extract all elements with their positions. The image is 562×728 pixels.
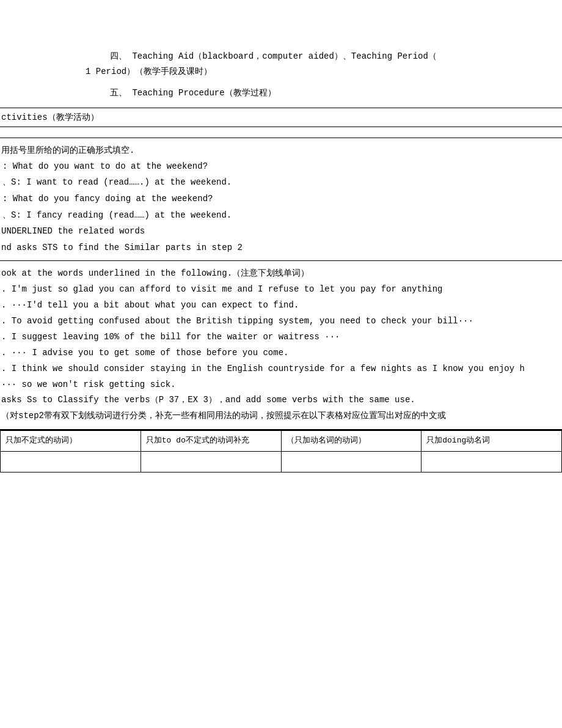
verb-table: 只加不定式的动词） 只加to do不定式的动词补充 （只加动名词的动词） 只加d…	[0, 430, 562, 472]
look-line-7: ··· so we won't risk getting sick.	[1, 377, 561, 393]
look-line-9: （对step2带有双下划线动词进行分类，补充一些有相同用法的动词，按照提示在以下…	[1, 408, 561, 424]
look-section: ook at the words underlined in the follo…	[0, 261, 562, 430]
activities-label: ctivities（教学活动）	[0, 112, 99, 122]
table-header-1: 只加不定式的动词）	[1, 431, 141, 452]
teaching-procedure-line: 五、 Teaching Procedure（教学过程）	[12, 86, 550, 101]
page-container: 四、 Teaching Aid（blackboard，computer aide…	[0, 0, 562, 728]
table-cell-4	[422, 452, 562, 472]
table-header-4: 只加doing动名词	[422, 431, 562, 452]
gap-section	[0, 127, 562, 138]
look-line-3: . To avoid getting confused about the Br…	[1, 314, 561, 329]
table-container: 只加不定式的动词） 只加to do不定式的动词补充 （只加动名词的动词） 只加d…	[0, 430, 562, 472]
activities-section: ctivities（教学活动）	[0, 108, 562, 127]
look-line-1: . I'm just so glad you can afford to vis…	[1, 282, 561, 298]
fill-instruction: 用括号里所给的词的正确形式填空.	[1, 143, 561, 158]
look-line-5: . ··· I advise you to get some of those …	[1, 345, 561, 361]
look-intro: ook at the words underlined in the follo…	[1, 266, 561, 282]
table-header-3: （只加动名词的动词）	[281, 431, 422, 452]
find-similar: nd asks STS to find the Similar parts in…	[1, 240, 561, 256]
table-cell-2	[140, 452, 281, 472]
fill-line-4: 、S: I fancy reading (read……) at the week…	[1, 207, 561, 224]
fill-line-1: : What do you want to do at the weekend?	[1, 158, 561, 175]
table-data-row	[1, 452, 562, 472]
table-cell-3	[281, 452, 422, 472]
table-header-2: 只加to do不定式的动词补充	[140, 431, 281, 452]
look-line-2: . ···I'd tell you a bit about what you c…	[1, 298, 561, 314]
fill-section: 用括号里所给的词的正确形式填空. : What do you want to d…	[0, 138, 562, 262]
underline-note: UNDERLINED the related words	[1, 223, 561, 240]
top-section: 四、 Teaching Aid（blackboard，computer aide…	[0, 0, 562, 108]
teaching-period-line: 1 Period）（教学手段及课时）	[12, 64, 550, 79]
look-line-8: asks Ss to Classify the verbs（P 37，EX 3）…	[1, 392, 561, 408]
look-line-6: . I think we should consider staying in …	[1, 361, 561, 377]
table-header-row: 只加不定式的动词） 只加to do不定式的动词补充 （只加动名词的动词） 只加d…	[1, 431, 562, 452]
look-line-4: . I suggest leaving 10% of the bill for …	[1, 329, 561, 345]
teaching-aid-line: 四、 Teaching Aid（blackboard，computer aide…	[12, 49, 550, 64]
table-cell-1	[1, 452, 141, 472]
fill-line-3: : What do you fancy doing at the weekend…	[1, 191, 561, 207]
fill-line-2: 、S: I want to read (read…….) at the week…	[1, 174, 561, 191]
